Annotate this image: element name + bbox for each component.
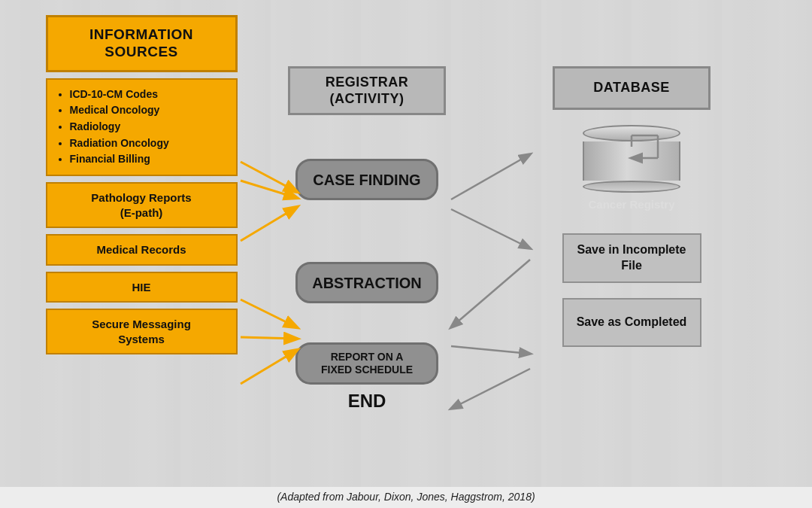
source-icd: ICD-10-CM Codes — [70, 87, 226, 103]
source-medical-oncology: Medical Oncology — [70, 102, 226, 119]
abstraction-box: ABSTRACTION — [295, 262, 438, 303]
caption: (Adapted from Jabour, Dixon, Jones, Hagg… — [0, 487, 812, 508]
source-financial-billing: Financial Billing — [70, 151, 226, 168]
pathology-box: Pathology Reports(E-path) — [46, 182, 238, 228]
col-information-sources: INFORMATION SOURCES ICD-10-CM Codes Medi… — [21, 15, 262, 481]
cylinder-top — [583, 125, 680, 141]
cylinder-bottom — [583, 181, 680, 193]
case-finding-box: CASE FINDING — [295, 159, 438, 200]
end-section: END — [262, 391, 472, 416]
save-completed-box: Save as Completed — [562, 298, 701, 347]
cancer-registry-label: Cancer Registry — [588, 198, 674, 211]
source-radiology: Radiology — [70, 119, 226, 135]
icd-sources-box: ICD-10-CM Codes Medical Oncology Radiolo… — [46, 78, 238, 176]
report-box: REPORT ON AFIXED SCHEDULE — [295, 342, 438, 385]
hie-box: HIE — [46, 272, 238, 303]
database-header: DATABASE — [553, 66, 710, 110]
incomplete-file-box: Save in Incomplete File — [562, 233, 701, 283]
info-sources-header: INFORMATION SOURCES — [46, 15, 238, 72]
medical-records-box: Medical Records — [46, 234, 238, 266]
col-registrar-activity: REGISTRAR(ACTIVITY) CASE FINDING ABSTRAC… — [262, 15, 472, 481]
end-label: END — [348, 391, 386, 412]
cylinder-body — [583, 141, 680, 181]
source-radiation-oncology: Radiation Oncology — [70, 135, 226, 152]
col-database: DATABASE Cancer Registry Save in Incompl… — [472, 15, 791, 481]
cancer-registry-cylinder — [583, 125, 680, 193]
registrar-header: REGISTRAR(ACTIVITY) — [288, 66, 446, 115]
secure-messaging-box: Secure MessagingSystems — [46, 309, 238, 354]
